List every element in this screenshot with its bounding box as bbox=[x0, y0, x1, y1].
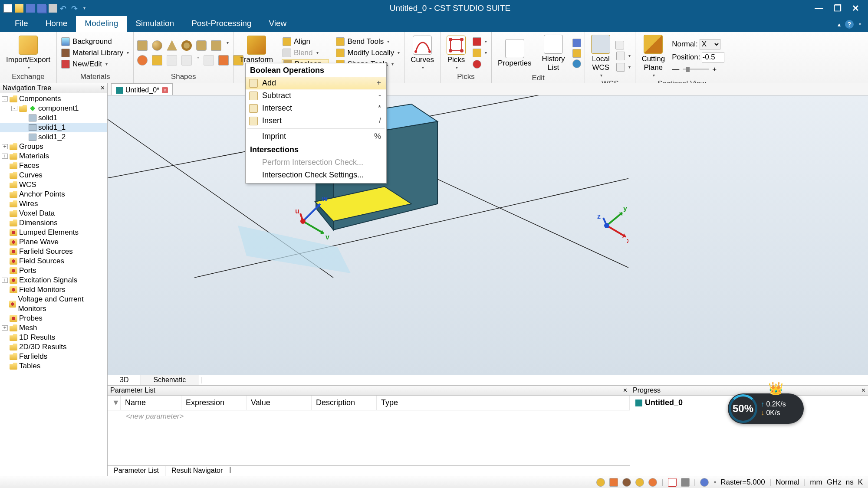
wcs-tool-1-icon[interactable] bbox=[615, 41, 624, 49]
normal-select[interactable]: X bbox=[700, 39, 720, 49]
status-expand-icon[interactable] bbox=[668, 478, 677, 487]
position-slider[interactable] bbox=[683, 69, 709, 70]
open-folder-icon[interactable] bbox=[15, 4, 23, 13]
tab-file[interactable]: File bbox=[6, 16, 37, 32]
bottom-tab-parameter-list[interactable]: Parameter List bbox=[108, 466, 165, 476]
bottom-tab-result-navigator[interactable]: Result Navigator bbox=[165, 466, 229, 476]
view-tab-3d[interactable]: 3D bbox=[108, 375, 141, 385]
tree-item-2d-3d-results[interactable]: 2D/3D Results bbox=[0, 342, 107, 352]
tree-item-component1[interactable]: -component1 bbox=[0, 104, 107, 113]
tree-item-1d-results[interactable]: 1D Results bbox=[0, 333, 107, 342]
col-value[interactable]: Value bbox=[247, 396, 312, 410]
wcs-tool-2[interactable]: ▾ bbox=[615, 51, 631, 61]
rotate-shape-icon[interactable] bbox=[137, 55, 148, 66]
document-tab-untitled[interactable]: Untitled_0* × bbox=[111, 83, 173, 95]
new-parameter-placeholder[interactable]: <new parameter> bbox=[108, 410, 630, 422]
undo-icon[interactable]: ↶ bbox=[60, 4, 69, 13]
save-icon[interactable] bbox=[26, 4, 35, 13]
curves-button[interactable]: Curves▾ bbox=[408, 35, 437, 71]
extrude-icon[interactable] bbox=[211, 40, 221, 51]
boolean-subtract[interactable]: Subtract- bbox=[246, 89, 386, 102]
shape-tool-5-icon[interactable] bbox=[204, 55, 214, 66]
tree-item-materials[interactable]: +Materials bbox=[0, 151, 107, 161]
new-file-icon[interactable] bbox=[3, 4, 12, 13]
history-list-button[interactable]: History List bbox=[539, 34, 567, 73]
tree-item-solid1[interactable]: solid1 bbox=[0, 113, 107, 123]
help-icon[interactable]: ? bbox=[845, 20, 854, 29]
cylinder-icon[interactable] bbox=[196, 40, 207, 51]
cutting-plane-button[interactable]: Cutting Plane▾ bbox=[639, 34, 667, 79]
blend-button[interactable]: Blend▾ bbox=[282, 48, 329, 58]
navigation-tree-close-icon[interactable]: × bbox=[101, 84, 105, 92]
save-all-icon[interactable] bbox=[37, 4, 46, 13]
redo-icon[interactable]: ↷ bbox=[71, 4, 80, 13]
wcs-tool-3[interactable]: ▾ bbox=[615, 62, 631, 72]
pick-tool-3[interactable] bbox=[472, 59, 488, 69]
status-pencil-icon[interactable] bbox=[681, 478, 690, 487]
tree-item-wcs[interactable]: WCS bbox=[0, 180, 107, 190]
tree-item-anchor-points[interactable]: Anchor Points bbox=[0, 190, 107, 199]
tree-item-groups[interactable]: +Groups bbox=[0, 142, 107, 151]
status-rotate-icon[interactable] bbox=[622, 478, 631, 487]
status-reset-icon[interactable] bbox=[648, 478, 657, 487]
status-zoom-fit-icon[interactable] bbox=[596, 478, 605, 487]
tree-item-farfield-sources[interactable]: Farfield Sources bbox=[0, 247, 107, 256]
print-icon[interactable] bbox=[49, 4, 57, 13]
parameter-list-close-icon[interactable]: × bbox=[623, 386, 627, 394]
view-tab-schematic[interactable]: Schematic bbox=[141, 375, 198, 385]
status-normal[interactable]: Normal bbox=[776, 478, 799, 487]
boolean-add[interactable]: Add+ bbox=[246, 77, 386, 89]
status-globe-icon[interactable] bbox=[700, 478, 709, 487]
status-pan-icon[interactable] bbox=[609, 478, 618, 487]
boolean-intersect[interactable]: Intersect* bbox=[246, 102, 386, 115]
tree-item-ports[interactable]: Ports bbox=[0, 266, 107, 275]
tab-view[interactable]: View bbox=[260, 16, 295, 32]
import-export-button[interactable]: Import/Export ▾ bbox=[3, 35, 53, 71]
info-icon[interactable] bbox=[572, 59, 581, 68]
brick-icon[interactable] bbox=[137, 40, 148, 51]
col-description[interactable]: Description bbox=[312, 396, 377, 410]
pick-tool-1[interactable]: ▾ bbox=[472, 37, 488, 46]
local-wcs-button[interactable]: Local WCS▾ bbox=[589, 34, 613, 79]
loft-icon[interactable] bbox=[152, 55, 162, 66]
shape-tool-4-icon[interactable] bbox=[181, 55, 192, 66]
tab-home[interactable]: Home bbox=[37, 16, 76, 32]
status-zoom-icon[interactable] bbox=[635, 478, 644, 487]
tree-item-farfields[interactable]: Farfields bbox=[0, 352, 107, 361]
tab-modeling[interactable]: Modeling bbox=[76, 16, 127, 32]
align-button[interactable]: Align bbox=[282, 37, 329, 46]
tree-item-voltage-and-current-monitors[interactable]: Voltage and Current Monitors bbox=[0, 295, 107, 314]
material-library-button[interactable]: Material Library▾ bbox=[60, 48, 130, 58]
close-button[interactable]: ✕ bbox=[852, 3, 859, 13]
tree-item-faces[interactable]: Faces bbox=[0, 161, 107, 170]
tree-item-lumped-elements[interactable]: Lumped Elements bbox=[0, 228, 107, 237]
navigation-tree[interactable]: -Components-component1 solid1 solid1_1 s… bbox=[0, 93, 107, 476]
position-input[interactable] bbox=[702, 52, 724, 62]
tree-item-probes[interactable]: Probes bbox=[0, 314, 107, 323]
tree-item-dimensions[interactable]: Dimensions bbox=[0, 218, 107, 228]
cone-icon[interactable] bbox=[167, 40, 177, 51]
filter-icon[interactable]: ▼ bbox=[108, 396, 121, 410]
tab-simulation[interactable]: Simulation bbox=[127, 16, 183, 32]
tree-item-voxel-data[interactable]: Voxel Data bbox=[0, 209, 107, 218]
new-edit-material-button[interactable]: New/Edit▾ bbox=[60, 59, 130, 69]
tree-item-excitation-signals[interactable]: +Excitation Signals bbox=[0, 275, 107, 285]
bend-tools-button[interactable]: Bend Tools▾ bbox=[335, 37, 401, 46]
edit-tool-2-icon[interactable] bbox=[572, 49, 581, 58]
restore-button[interactable]: ❐ bbox=[834, 3, 842, 13]
sweep-icon[interactable] bbox=[167, 55, 177, 66]
help-dropdown[interactable]: ▾ bbox=[859, 22, 861, 26]
3d-viewport[interactable]: w v u y x z bbox=[108, 95, 868, 375]
boolean-intersection-check-settings-[interactable]: Intersection Check Settings... bbox=[246, 169, 386, 181]
properties-button[interactable]: Properties bbox=[495, 38, 534, 69]
tree-item-mesh[interactable]: +Mesh bbox=[0, 323, 107, 333]
calculator-icon[interactable] bbox=[572, 39, 581, 47]
modify-locally-button[interactable]: Modify Locally▾ bbox=[335, 48, 401, 58]
tree-item-field-sources[interactable]: Field Sources bbox=[0, 256, 107, 266]
tree-item-field-monitors[interactable]: Field Monitors bbox=[0, 285, 107, 295]
picks-button[interactable]: Picks▾ bbox=[444, 35, 468, 71]
status-unit-mm[interactable]: mm bbox=[810, 478, 822, 487]
boolean-imprint[interactable]: Imprint% bbox=[246, 130, 386, 143]
tab-post-processing[interactable]: Post-Processing bbox=[183, 16, 260, 32]
status-unit-k[interactable]: K bbox=[858, 478, 863, 487]
